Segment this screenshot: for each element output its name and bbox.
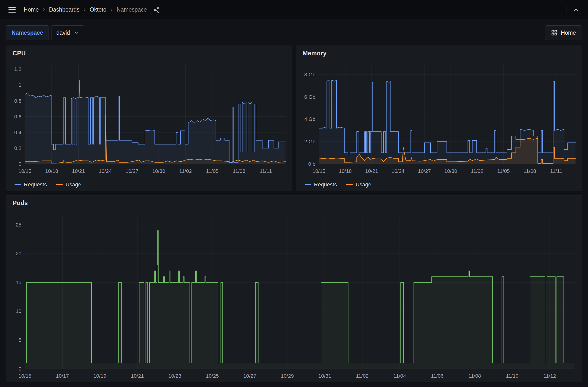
x-tick-label: 10/29: [281, 373, 294, 379]
y-tick-label: 0: [19, 161, 21, 167]
x-tick-label: 11/04: [394, 373, 406, 379]
x-tick-label: 10/27: [126, 168, 139, 174]
chevron-down-icon: [74, 30, 79, 35]
top-navigation: Home › Dashboards › Okteto › Namespace: [0, 0, 588, 19]
y-tick-label: 8 Gb: [304, 72, 315, 77]
panel-cpu: CPU 00.20.40.60.811.210/1510/1810/2110/2…: [6, 46, 292, 191]
variable-value-text: david: [56, 30, 70, 36]
breadcrumb-namespace: Namespace: [117, 6, 147, 13]
x-tick-label: 10/21: [72, 168, 85, 174]
y-tick-label: 6 Gb: [304, 94, 315, 100]
panel-title-cpu: CPU: [6, 46, 292, 59]
y-tick-label: 10: [16, 308, 21, 314]
y-tick-label: 4 Gb: [304, 116, 315, 122]
x-tick-label: 11/11: [550, 168, 562, 174]
breadcrumb-dashboards[interactable]: Dashboards: [49, 6, 80, 13]
chevron-right-icon: ›: [43, 6, 45, 13]
x-tick-label: 11/06: [431, 373, 443, 379]
y-tick-label: 25: [16, 222, 21, 228]
x-tick-label: 10/27: [243, 373, 256, 379]
x-tick-label: 10/23: [168, 373, 181, 379]
pods-chart[interactable]: 051015202510/1510/1710/1910/2110/2310/25…: [6, 209, 582, 382]
y-tick-label: 20: [16, 251, 21, 256]
x-tick-label: 11/08: [524, 168, 536, 174]
x-tick-label: 11/12: [543, 373, 556, 379]
legend-swatch: [305, 184, 311, 185]
divider: [567, 6, 567, 14]
y-tick-label: 2 Gb: [304, 139, 315, 144]
x-tick-label: 11/05: [497, 168, 510, 174]
legend-label: Requests: [24, 181, 47, 188]
y-tick-label: 0.6: [14, 114, 21, 119]
cpu-chart[interactable]: 00.20.40.60.811.210/1510/1810/2110/2410/…: [6, 59, 292, 178]
x-tick-label: 10/21: [131, 373, 144, 379]
x-tick-label: 10/21: [365, 168, 378, 174]
x-tick-label: 11/05: [206, 168, 219, 174]
x-tick-label: 11/02: [471, 168, 483, 174]
cpu-legend: RequestsUsage: [6, 178, 292, 191]
variable-value-dropdown[interactable]: david: [51, 25, 84, 40]
legend-item-requests[interactable]: Requests: [15, 181, 47, 188]
menu-icon[interactable]: [7, 5, 17, 14]
x-tick-label: 11/10: [506, 373, 519, 379]
x-tick-label: 10/31: [318, 373, 332, 379]
panel-memory: Memory 0 b2 Gb4 Gb6 Gb8 Gb10/1510/1810/2…: [296, 46, 582, 191]
variable-label-namespace[interactable]: Namespace: [6, 25, 49, 40]
memory-legend: RequestsUsage: [296, 178, 582, 191]
pods-series-fill: [25, 231, 574, 369]
dashboard-toolbar: Namespace david Home: [0, 19, 588, 40]
panel-title-memory: Memory: [296, 46, 582, 59]
x-tick-label: 10/30: [152, 168, 165, 174]
apps-grid-icon: [551, 30, 557, 36]
y-tick-label: 1.2: [14, 66, 21, 72]
y-tick-label: 0: [19, 366, 21, 371]
x-tick-label: 11/02: [179, 168, 192, 174]
panel-pods: Pods 051015202510/1510/1710/1910/2110/23…: [6, 195, 582, 382]
x-tick-label: 10/15: [19, 168, 32, 174]
legend-label: Usage: [356, 181, 371, 188]
panels-grid: CPU 00.20.40.60.811.210/1510/1810/2110/2…: [0, 40, 588, 386]
x-tick-label: 10/15: [19, 373, 32, 379]
x-tick-label: 11/02: [356, 373, 369, 379]
x-tick-label: 10/25: [206, 373, 219, 379]
x-tick-label: 11/08: [468, 373, 481, 379]
x-tick-label: 10/19: [93, 373, 106, 379]
y-tick-label: 0.4: [14, 130, 22, 135]
legend-item-requests[interactable]: Requests: [305, 181, 337, 188]
panel-title-pods: Pods: [6, 195, 582, 209]
y-tick-label: 0 b: [308, 161, 315, 167]
x-tick-label: 10/17: [56, 373, 69, 379]
breadcrumb: Home › Dashboards › Okteto › Namespace: [24, 6, 147, 13]
x-tick-label: 10/24: [99, 168, 112, 174]
legend-swatch: [15, 184, 21, 185]
legend-swatch: [346, 184, 353, 185]
x-tick-label: 10/15: [313, 168, 326, 174]
home-button[interactable]: Home: [545, 25, 582, 40]
x-tick-label: 10/18: [339, 168, 352, 174]
x-tick-label: 11/08: [233, 168, 245, 174]
chevron-right-icon: ›: [110, 6, 113, 13]
legend-label: Usage: [65, 181, 81, 188]
legend-item-usage[interactable]: Usage: [56, 181, 81, 188]
legend-swatch: [56, 184, 63, 185]
home-button-label: Home: [561, 30, 576, 36]
x-tick-label: 10/27: [418, 168, 431, 174]
x-tick-label: 10/24: [392, 168, 405, 174]
breadcrumb-home[interactable]: Home: [24, 6, 39, 13]
y-tick-label: 0.2: [14, 145, 21, 151]
x-tick-label: 10/30: [444, 168, 457, 174]
topnav-right: [567, 5, 581, 15]
legend-label: Requests: [314, 181, 337, 188]
chevron-up-icon[interactable]: [571, 5, 581, 15]
x-tick-label: 11/11: [260, 168, 272, 174]
share-icon[interactable]: [152, 5, 162, 15]
y-tick-label: 15: [16, 279, 21, 285]
x-tick-label: 10/18: [45, 168, 58, 174]
chevron-right-icon: ›: [84, 6, 86, 13]
breadcrumb-okteto[interactable]: Okteto: [90, 6, 106, 13]
y-tick-label: 5: [19, 337, 21, 343]
y-tick-label: 1: [19, 82, 21, 88]
memory-chart[interactable]: 0 b2 Gb4 Gb6 Gb8 Gb10/1510/1810/2110/241…: [296, 59, 582, 178]
y-tick-label: 0.8: [14, 98, 21, 104]
legend-item-usage[interactable]: Usage: [346, 181, 371, 188]
